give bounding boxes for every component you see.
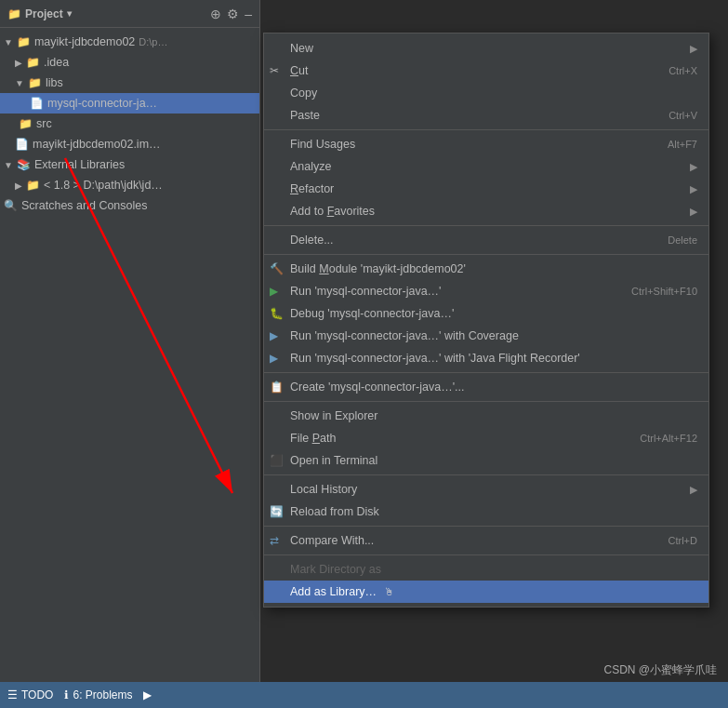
src-folder-icon: 📁 xyxy=(19,117,33,130)
tree-item-label: mayikt-jdbcdemo02.im… xyxy=(33,138,161,151)
menu-item-cut[interactable]: ✂ Cut Ctrl+X xyxy=(264,60,708,82)
menu-item-file-path[interactable]: File Path Ctrl+Alt+F12 xyxy=(264,427,708,449)
menu-item-label: Paste xyxy=(290,109,320,122)
menu-item-local-history[interactable]: Local History ▶ xyxy=(264,478,708,501)
menu-item-label: Analyze xyxy=(290,160,331,173)
tree-item-label: .idea xyxy=(44,56,69,69)
menu-item-find-usages[interactable]: Find Usages Alt+F7 xyxy=(264,133,708,155)
project-title: 📁 Project ▾ xyxy=(7,7,72,20)
list-icon: ☰ xyxy=(7,688,18,701)
todo-item[interactable]: ☰ TODO xyxy=(7,688,53,701)
favorites-submenu-icon: ▶ xyxy=(690,206,697,218)
menu-item-label: Copy xyxy=(290,87,317,100)
menu-item-label: Debug 'mysql-connector-java…' xyxy=(290,307,454,320)
menu-item-label: Create 'mysql-connector-java…'... xyxy=(290,381,464,394)
menu-item-label: Run 'mysql-connector-java…' xyxy=(290,285,441,298)
toolbar-icons: ⊕ ⚙ – xyxy=(210,7,252,21)
separator-7 xyxy=(264,526,708,527)
ide-panel: 📁 Project ▾ ⊕ ⚙ – ▼ 📁 mayikt-jdbcdemo02 … xyxy=(0,0,260,708)
menu-item-build[interactable]: 🔨 Build Module 'mayikt-jdbcdemo02' xyxy=(264,258,708,280)
menu-item-label: Find Usages xyxy=(290,138,355,151)
tree-item-label: Scratches and Consoles xyxy=(21,199,148,212)
problems-item[interactable]: ℹ 6: Problems xyxy=(64,688,132,701)
tree-item-path: D:\p… xyxy=(139,36,167,47)
build-icon: 🔨 xyxy=(270,262,284,275)
run-item[interactable]: ▶ xyxy=(143,688,152,701)
terminal-icon: ⬛ xyxy=(270,454,284,467)
menu-item-run-flight[interactable]: ▶ Run 'mysql-connector-java…' with 'Java… xyxy=(264,347,708,369)
chevron-down-icon: ▼ xyxy=(4,160,13,170)
scratch-icon: 🔍 xyxy=(4,199,18,212)
status-bar: ☰ TODO ℹ 6: Problems ▶ CSDN @小蜜蜂学爪哇 xyxy=(0,682,728,708)
watermark: CSDN @小蜜蜂学爪哇 xyxy=(603,662,717,678)
menu-item-add-library[interactable]: Add as Library… 🖱 xyxy=(264,581,708,603)
local-history-submenu-icon: ▶ xyxy=(690,484,697,496)
tree-item-src[interactable]: 📁 src xyxy=(0,114,259,134)
separator-3 xyxy=(264,254,708,255)
chevron-right-icon: ▶ xyxy=(15,180,22,191)
menu-item-run-coverage[interactable]: ▶ Run 'mysql-connector-java…' with Cover… xyxy=(264,325,708,347)
menu-item-label: Reload from Disk xyxy=(290,505,379,518)
menu-item-debug[interactable]: 🐛 Debug 'mysql-connector-java…' xyxy=(264,302,708,325)
file-tree: ▼ 📁 mayikt-jdbcdemo02 D:\p… ▶ 📁 .idea ▼ … xyxy=(0,28,259,220)
tree-item-jdk[interactable]: ▶ 📁 < 1.8 > D:\path\jdk\jd… xyxy=(0,175,259,195)
file-icon: 📄 xyxy=(15,138,29,151)
settings-icon[interactable]: ⚙ xyxy=(227,7,239,21)
menu-item-run[interactable]: ▶ Run 'mysql-connector-java…' Ctrl+Shift… xyxy=(264,280,708,302)
menu-item-label: File Path xyxy=(290,432,336,445)
run-arrow-icon: ▶ xyxy=(143,688,152,701)
tree-item-mysql-jar[interactable]: 📄 mysql-connector-ja… xyxy=(0,93,259,114)
menu-item-analyze[interactable]: Analyze ▶ xyxy=(264,155,708,178)
delete-shortcut: Delete xyxy=(668,234,697,246)
menu-item-compare[interactable]: ⇄ Compare With... Ctrl+D xyxy=(264,529,708,552)
menu-item-label: Run 'mysql-connector-java…' with Coverag… xyxy=(290,329,519,342)
tree-item-label: mayikt-jdbcdemo02 xyxy=(34,35,135,48)
dropdown-icon[interactable]: ▾ xyxy=(67,8,72,19)
chevron-right-icon: ▶ xyxy=(15,58,22,68)
tree-item-label: External Libraries xyxy=(34,158,125,171)
tree-item-libs[interactable]: ▼ 📁 libs xyxy=(0,73,259,93)
tree-item-external[interactable]: ▼ 📚 External Libraries xyxy=(0,154,259,175)
menu-item-reload[interactable]: 🔄 Reload from Disk xyxy=(264,501,708,523)
menu-item-label: Add to Favorites xyxy=(290,205,375,218)
coverage-icon: ▶ xyxy=(270,329,278,342)
menu-item-copy[interactable]: Copy xyxy=(264,82,708,104)
tree-item-label: src xyxy=(36,117,52,130)
menu-item-delete[interactable]: Delete... Delete xyxy=(264,229,708,251)
menu-item-label: Compare With... xyxy=(290,534,374,547)
menu-item-label: Mark Directory as xyxy=(290,563,381,576)
menu-item-mark-dir: Mark Directory as xyxy=(264,558,708,581)
menu-item-label: Add as Library… xyxy=(290,585,377,598)
menu-item-label: New xyxy=(290,42,313,55)
tree-item-iml[interactable]: 📄 mayikt-jdbcdemo02.im… xyxy=(0,134,259,154)
tree-item-label: < 1.8 > D:\path\jdk\jd… xyxy=(44,179,163,192)
menu-item-open-terminal[interactable]: ⬛ Open in Terminal xyxy=(264,449,708,472)
menu-item-label: Run 'mysql-connector-java…' with 'Java F… xyxy=(290,352,580,365)
menu-item-new[interactable]: New ▶ xyxy=(264,37,708,60)
menu-item-refactor[interactable]: Refactor ▶ xyxy=(264,178,708,200)
analyze-submenu-icon: ▶ xyxy=(690,161,697,173)
cursor-icon: 🖱 xyxy=(384,586,394,597)
reload-icon: 🔄 xyxy=(270,505,284,518)
menu-item-create[interactable]: 📋 Create 'mysql-connector-java…'... xyxy=(264,376,708,398)
menu-item-paste[interactable]: Paste Ctrl+V xyxy=(264,104,708,127)
tree-item-idea[interactable]: ▶ 📁 .idea xyxy=(0,52,259,73)
minimize-icon[interactable]: – xyxy=(245,7,252,21)
idea-folder-icon: 📁 xyxy=(26,56,40,69)
flight-icon: ▶ xyxy=(270,352,278,365)
tree-item-mayikt[interactable]: ▼ 📁 mayikt-jdbcdemo02 D:\p… xyxy=(0,32,259,52)
project-folder-icon: 📁 xyxy=(17,35,31,48)
menu-item-add-favorites[interactable]: Add to Favorites ▶ xyxy=(264,200,708,222)
run-shortcut: Ctrl+Shift+F10 xyxy=(631,286,697,297)
refactor-submenu-icon: ▶ xyxy=(690,183,697,195)
globe-icon[interactable]: ⊕ xyxy=(210,7,221,21)
menu-item-show-explorer[interactable]: Show in Explorer xyxy=(264,405,708,427)
debug-icon: 🐛 xyxy=(270,307,284,320)
menu-item-label: Refactor xyxy=(290,182,334,195)
folder-icon: 📁 xyxy=(7,7,21,20)
separator-1 xyxy=(264,129,708,130)
tree-item-label: mysql-connector-ja… xyxy=(47,97,157,110)
chevron-down-icon: ▼ xyxy=(15,78,24,88)
tree-item-scratches[interactable]: 🔍 Scratches and Consoles xyxy=(0,195,259,216)
separator-5 xyxy=(264,401,708,402)
